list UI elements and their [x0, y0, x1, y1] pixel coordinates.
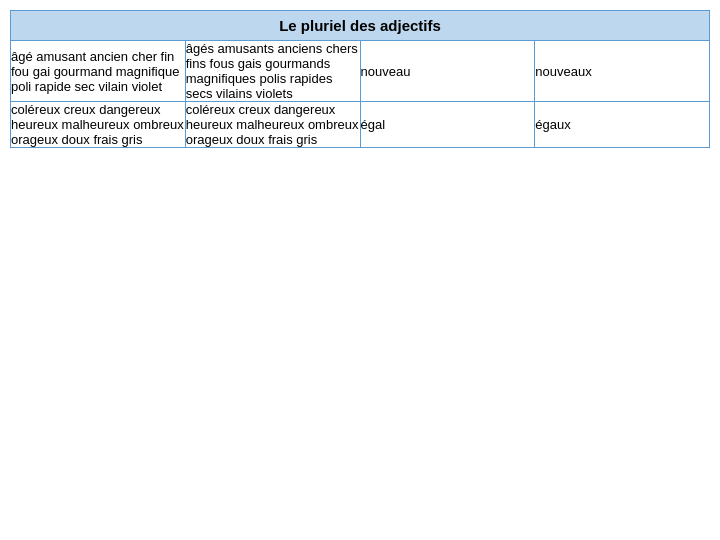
title-row: Le pluriel des adjectifs: [11, 11, 710, 41]
section1-col3: nouveau: [360, 41, 535, 102]
section2-col2: coléreux creux dangereux heureux malheur…: [185, 102, 360, 148]
section1-col1: âgé amusant ancien cher fin fou gai gour…: [11, 41, 186, 102]
section-row-1: âgé amusant ancien cher fin fou gai gour…: [11, 41, 710, 102]
section1-col4: nouveaux: [535, 41, 710, 102]
section-row-2: coléreux creux dangereux heureux malheur…: [11, 102, 710, 148]
section2-col1: coléreux creux dangereux heureux malheur…: [11, 102, 186, 148]
page-wrapper: Le pluriel des adjectifs âgé amusant anc…: [0, 0, 720, 158]
section2-col4: égaux: [535, 102, 710, 148]
main-table: Le pluriel des adjectifs âgé amusant anc…: [10, 10, 710, 148]
section2-col3: égal: [360, 102, 535, 148]
section1-col2: âgés amusants anciens chers fins fous ga…: [185, 41, 360, 102]
page-title: Le pluriel des adjectifs: [11, 11, 710, 41]
